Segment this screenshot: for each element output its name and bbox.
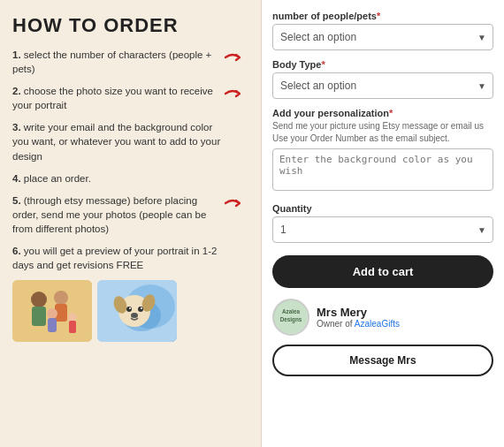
family-portrait-preview: [12, 280, 92, 342]
step-4: 4. place an order.: [12, 171, 248, 186]
svg-text:Designs: Designs: [280, 316, 302, 323]
step-1: 1. select the number of characters (peop…: [12, 48, 248, 76]
body-type-select[interactable]: Select an option Full body Half body Bus…: [272, 72, 493, 99]
svg-rect-8: [69, 321, 76, 333]
add-to-cart-button[interactable]: Add to cart: [272, 255, 493, 288]
svg-text:Azalea: Azalea: [282, 308, 301, 314]
quantity-select-wrapper[interactable]: 1 2 3: [272, 216, 493, 243]
seller-avatar: Azalea Designs: [272, 299, 309, 336]
svg-point-7: [68, 313, 77, 322]
steps-container: 1. select the number of characters (peop…: [12, 48, 248, 272]
step-1-label: 1. select the number of characters (peop…: [12, 49, 211, 74]
quantity-select[interactable]: 1 2 3: [272, 216, 493, 243]
people-field-label: number of people/pets*: [272, 11, 493, 21]
svg-point-3: [54, 291, 68, 305]
quantity-label: Quantity: [272, 203, 493, 214]
step-3-label: 3. write your email and the background c…: [12, 122, 220, 161]
seller-role-text: Owner of AzaleaGifts: [317, 319, 493, 329]
seller-name: Mrs Mery: [317, 306, 493, 319]
personalization-textarea[interactable]: [272, 148, 493, 191]
step-3-arrow-placeholder: [224, 120, 248, 121]
body-type-label: Body Type*: [272, 59, 493, 70]
people-select-wrapper[interactable]: Select an option 1 2 3 4 5: [272, 24, 493, 50]
arrow-right-icon: [224, 49, 245, 66]
message-seller-button[interactable]: Message Mrs: [272, 345, 493, 376]
arrow-right-icon-2: [224, 85, 245, 102]
dog-portrait-preview: [97, 280, 177, 342]
seller-section: Azalea Designs Mrs Mery Owner of AzaleaG…: [272, 299, 493, 336]
svg-point-18: [141, 307, 142, 309]
step-6: 6. you will get a preview of your portra…: [12, 244, 248, 272]
body-type-select-wrapper[interactable]: Select an option Full body Half body Bus…: [272, 72, 493, 99]
personalization-hint: Send me your picture using Etsy message …: [272, 120, 493, 145]
personalization-label: Add your personalization*: [272, 108, 493, 118]
page-title: HOW TO ORDER: [12, 14, 248, 37]
seller-shop-link[interactable]: AzaleaGifts: [355, 319, 400, 329]
preview-images-container: [12, 280, 248, 342]
order-form-panel: number of people/pets* Select an option …: [261, 0, 504, 447]
step-5: 5. (through etsy message) before placing…: [12, 193, 248, 236]
arrow-right-icon-5: [224, 194, 245, 212]
step-5-label: 5. (through etsy message) before placing…: [12, 195, 206, 234]
step-5-arrow: [224, 193, 248, 212]
svg-point-5: [47, 308, 57, 319]
svg-point-17: [129, 307, 131, 309]
people-select[interactable]: Select an option 1 2 3 4 5: [272, 24, 493, 50]
step-2-arrow: [224, 84, 248, 102]
svg-point-16: [138, 307, 143, 312]
svg-rect-2: [32, 307, 46, 326]
step-1-arrow: [224, 48, 248, 66]
step-2-label: 2. choose the photo size you want to rec…: [12, 86, 213, 110]
step-4-label: 4. place an order.: [12, 173, 91, 184]
svg-point-15: [126, 307, 132, 312]
seller-info: Mrs Mery Owner of AzaleaGifts: [317, 306, 493, 329]
step-3: 3. write your email and the background c…: [12, 120, 248, 163]
svg-point-1: [31, 292, 47, 307]
step-6-label: 6. you will get a preview of your portra…: [12, 246, 217, 270]
instructions-panel: HOW TO ORDER 1. select the number of cha…: [0, 0, 261, 447]
svg-rect-6: [48, 318, 57, 332]
step-2: 2. choose the photo size you want to rec…: [12, 84, 248, 112]
svg-point-19: [131, 313, 138, 318]
